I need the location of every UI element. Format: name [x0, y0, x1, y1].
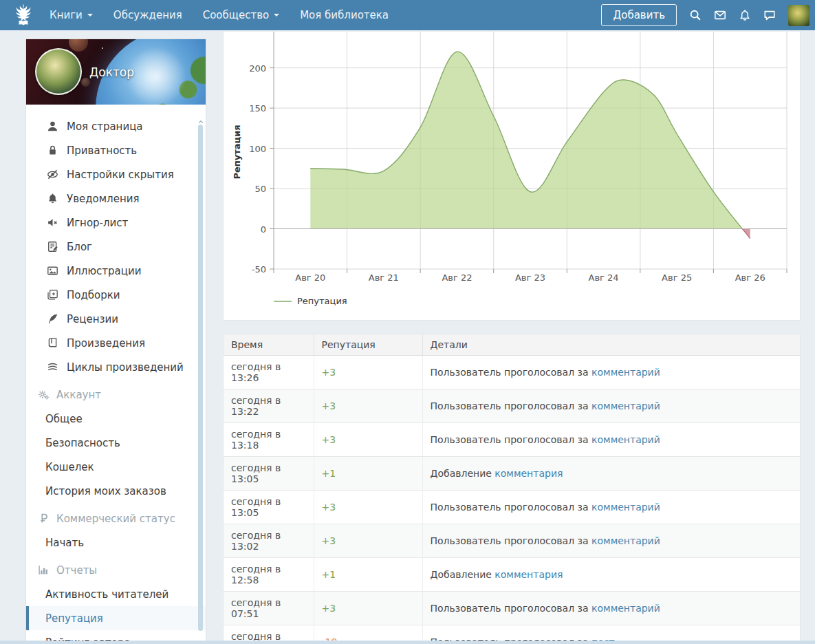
svg-text:Авг 22: Авг 22	[442, 272, 472, 283]
table-row: сегодня в 13:26+3Пользователь проголосов…	[224, 356, 800, 389]
cell-reputation: +3	[314, 491, 422, 524]
svg-text:Авг 20: Авг 20	[295, 272, 325, 283]
sidebar-item-label: Отчеты	[56, 564, 97, 577]
sidebar-item[interactable]: История моих заказов	[26, 479, 206, 503]
sidebar-item[interactable]: Общее	[26, 407, 206, 431]
reputation-events-card: ВремяРепутацияДетали сегодня в 13:26+3По…	[223, 334, 801, 644]
cell-time: сегодня в 13:22	[224, 389, 314, 423]
bell-icon[interactable]	[739, 9, 751, 21]
sidebar-item[interactable]: Начать	[26, 530, 206, 555]
cell-reputation: +3	[314, 356, 422, 389]
cell-time: сегодня в 07:51	[224, 592, 314, 625]
reputation-chart: -50050100150200Авг 20Авг 21Авг 22Авг 23А…	[224, 32, 800, 319]
cell-time: сегодня в 13:05	[224, 491, 314, 524]
sidebar-item-label: Уведомления	[67, 193, 139, 205]
top-navbar: Книги Обсуждения Сообщество Моя библиоте…	[0, 0, 815, 30]
sidebar-item[interactable]: Иллюстрации	[26, 259, 206, 283]
mail-icon[interactable]	[714, 9, 726, 21]
sidebar-item[interactable]: Циклы произведений	[26, 355, 206, 379]
reputation-delta: +3	[322, 535, 336, 546]
reputation-delta: +3	[322, 502, 336, 513]
cell-reputation: +3	[314, 423, 422, 457]
detail-link[interactable]: комментарий	[591, 434, 660, 445]
sidebar-item-label: Моя страница	[67, 120, 143, 133]
detail-link[interactable]: комментария	[495, 569, 563, 580]
detail-link[interactable]: комментарий	[591, 535, 660, 546]
sidebar-item[interactable]: Приватность	[26, 138, 206, 162]
nav-my-library[interactable]: Моя библиотека	[300, 9, 389, 21]
detail-link[interactable]: комментарий	[591, 502, 660, 513]
sidebar-item[interactable]: Игнор-лист	[26, 211, 206, 235]
sidebar-item[interactable]: Блог	[26, 235, 206, 259]
scroll-up-icon[interactable]	[197, 115, 204, 122]
site-logo[interactable]	[8, 1, 39, 29]
cell-details: Пользователь проголосовал за комментарий	[422, 389, 800, 423]
detail-link[interactable]: комментарий	[591, 400, 660, 411]
chart-icon	[38, 564, 50, 576]
sidebar-item[interactable]: Безопасность	[26, 431, 206, 455]
reputation-table: ВремяРепутацияДетали сегодня в 13:26+3По…	[224, 334, 800, 644]
table-row: сегодня в 13:18+3Пользователь проголосов…	[224, 423, 800, 457]
cell-details: Пользователь проголосовал за комментарий	[422, 592, 800, 625]
reputation-delta: +3	[322, 434, 336, 445]
sidebar-item-label: Игнор-лист	[67, 217, 128, 229]
svg-text:150: 150	[249, 103, 266, 114]
sidebar-item-label: Иллюстрации	[67, 265, 141, 277]
add-button[interactable]: Добавить	[601, 4, 677, 26]
gears-icon	[38, 389, 50, 400]
navbar-right-tools: Добавить	[601, 4, 809, 26]
sidebar-item[interactable]: Подборки	[26, 283, 206, 307]
sidebar-item[interactable]: Кошелек	[26, 455, 206, 479]
sidebar-item[interactable]: Настройки скрытия	[26, 162, 206, 186]
sidebar-menu: Моя страницаПриватностьНастройки скрытия…	[26, 105, 206, 644]
nav-books-label: Книги	[50, 9, 83, 21]
sidebar-item[interactable]: Рецензии	[26, 307, 206, 331]
sidebar-item[interactable]: Активность читателей	[26, 582, 206, 606]
sidebar-item[interactable]: Уведомления	[26, 186, 206, 211]
chevron-down-icon	[87, 14, 93, 17]
sidebar-item-label: Циклы произведений	[67, 361, 184, 374]
svg-text:Репутация: Репутация	[297, 296, 347, 306]
detail-link[interactable]: комментария	[495, 468, 563, 479]
main-navigation: Книги Обсуждения Сообщество Моя библиоте…	[50, 9, 389, 21]
sidebar-item[interactable]: Репутация	[26, 606, 206, 630]
sidebar-item-label: Подборки	[67, 289, 120, 301]
nav-books[interactable]: Книги	[50, 9, 93, 21]
svg-text:Авг 24: Авг 24	[589, 272, 619, 283]
mute-icon	[47, 217, 58, 228]
horizontal-scrollbar[interactable]	[0, 641, 815, 644]
reputation-delta: +3	[322, 400, 336, 411]
cell-details: Пользователь проголосовал за комментарий	[422, 423, 800, 457]
nav-discussions-label: Обсуждения	[113, 9, 182, 21]
detail-link[interactable]: комментарий	[591, 367, 660, 378]
nav-community-label: Сообщество	[203, 9, 269, 21]
sidebar-item-label: Репутация	[45, 612, 103, 625]
main-content: -50050100150200Авг 20Авг 21Авг 22Авг 23А…	[223, 32, 801, 644]
eyeoff-icon	[47, 169, 58, 180]
search-icon[interactable]	[689, 9, 702, 21]
reputation-delta: +1	[322, 468, 336, 479]
reputation-delta: +3	[322, 603, 336, 614]
chevron-down-icon	[274, 14, 279, 17]
nav-discussions[interactable]: Обсуждения	[113, 9, 182, 21]
profile-avatar[interactable]	[35, 48, 82, 95]
sidebar-item[interactable]: Произведения	[26, 331, 206, 355]
svg-text:Репутация: Репутация	[232, 125, 242, 179]
detail-link[interactable]: комментарий	[591, 603, 660, 614]
phoenix-logo-icon	[10, 2, 37, 28]
cell-reputation: +3	[314, 592, 422, 625]
sidebar-item-label: Коммерческий статус	[56, 513, 175, 525]
sidebar-scrollbar-thumb[interactable]	[198, 125, 203, 631]
chat-icon[interactable]	[763, 9, 776, 21]
table-header-row: ВремяРепутацияДетали	[224, 334, 800, 356]
cell-time: сегодня в 13:18	[224, 423, 314, 457]
nav-community[interactable]: Сообщество	[203, 9, 279, 21]
sidebar-item[interactable]: Моя страница	[26, 114, 206, 138]
user-avatar[interactable]	[788, 5, 809, 26]
column-header: Детали	[422, 334, 800, 356]
sidebar-scrollbar[interactable]	[197, 115, 204, 642]
cell-details: Пользователь проголосовал за комментарий	[422, 491, 800, 524]
sidebar-section-header: Коммерческий статус	[26, 506, 206, 530]
svg-text:200: 200	[249, 63, 266, 74]
column-header: Репутация	[314, 334, 422, 356]
